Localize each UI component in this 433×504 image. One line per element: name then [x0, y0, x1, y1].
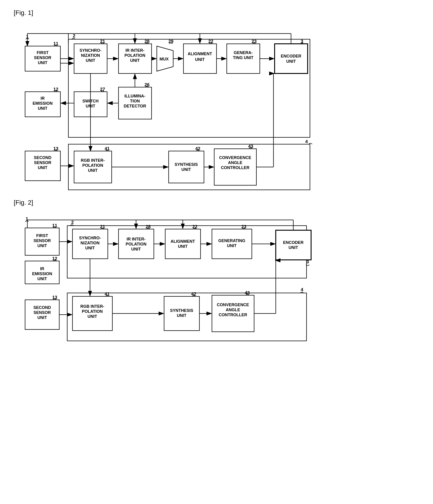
fig1-n23-label2: TING UNIT	[233, 55, 253, 60]
fig2-n21-label: SYNCHRO-	[79, 236, 101, 240]
fig1-n43-label3: CONTROLLER	[221, 165, 250, 170]
fig1-label: [Fig. 1]	[14, 9, 419, 17]
fig1-container: [Fig. 1] 2 4 FIRST SENSOR UNIT 11 IR	[14, 9, 419, 199]
fig2-n13-label2: SENSOR	[34, 310, 51, 315]
fig1-n41-label2: POLATION	[82, 163, 103, 168]
fig2-n28-label: IR INTER-	[127, 237, 146, 241]
fig2-n12-label2: EMISSION	[32, 271, 52, 276]
fig2-n28-label2: POLATION	[126, 242, 147, 246]
fig1-n11-label: FIRST	[37, 50, 49, 55]
fig2-n41-label3: UNIT	[87, 314, 97, 319]
fig2-n42-label: SYNTHESIS	[170, 308, 193, 313]
fig1-n43-label: CONVERGENCE	[219, 155, 251, 160]
fig1-n26-label2: TION	[130, 99, 140, 103]
fig1-n26-label: ILLUMINA-	[124, 94, 145, 98]
fig1-n41-label3: UNIT	[88, 168, 97, 173]
fig1-n21-label3: UNIT	[86, 58, 95, 63]
fig2-n11-label: FIRST	[36, 234, 48, 238]
fig1-n23-label: GENERA-	[234, 50, 252, 55]
fig1-n3-label: ENCODER	[281, 54, 301, 58]
fig1-n41-label: RGB INTER-	[81, 158, 105, 163]
fig2-n42-label2: UNIT	[177, 313, 186, 318]
fig1-n21-label: SYNCHRO-	[79, 48, 101, 53]
fig1-n42-label2: UNIT	[182, 167, 191, 172]
fig1-n28-label3: UNIT	[130, 58, 140, 63]
fig1-label-4: 4	[305, 139, 308, 144]
fig1-diagram: 2 4 FIRST SENSOR UNIT 11 IR EMISSION UNI…	[14, 21, 419, 199]
fig1-n13-label2: SENSOR	[34, 160, 51, 165]
fig2-n28-label3: UNIT	[131, 247, 141, 252]
fig2-n3-label: ENCODER	[283, 240, 303, 245]
fig1-n13-label: SECOND	[34, 155, 51, 160]
fig2-n21-label2: NIZATION	[80, 241, 100, 245]
fig2-label-4: 4	[301, 287, 303, 292]
fig2-n43-label: CONVERGENCE	[217, 303, 249, 307]
fig1-n42-label: SYNTHESIS	[174, 162, 198, 167]
fig2-n22-label2: UNIT	[178, 244, 188, 249]
fig2-n22-label: ALIGNMENT	[171, 239, 195, 244]
fig2-diagram: 2 4 FIRST SENSOR UNIT 11 IR EMISSION UNI…	[14, 211, 419, 352]
fig2-label-3: 3	[306, 259, 309, 264]
fig1-n21-label2: NIZATION	[81, 53, 100, 58]
fig2-n11-label3: UNIT	[37, 243, 47, 248]
fig2-n13-label3: UNIT	[37, 315, 47, 320]
fig2-label: [Fig. 2]	[14, 199, 419, 206]
fig2-n3-label2: UNIT	[288, 245, 298, 250]
fig2-n11-label2: SENSOR	[34, 238, 51, 243]
fig1-n12-label3: UNIT	[38, 106, 47, 111]
fig1-n11-label2: SENSOR	[34, 55, 51, 60]
fig1-n11-label3: UNIT	[38, 61, 47, 65]
fig2-n12-label: IR	[40, 267, 44, 271]
fig2-n43-label2: ANGLE	[226, 307, 240, 312]
fig1-n28-label2: POLATION	[124, 53, 145, 58]
fig1-n22-label: ALIGNMENT	[188, 52, 212, 56]
fig2-n21-label3: UNIT	[85, 246, 95, 250]
fig2-label-1: 1	[26, 216, 28, 221]
fig1-n3-box	[275, 44, 308, 73]
fig1-n28-label: IR INTER-	[126, 48, 145, 53]
fig2-n43-label3: CONTROLLER	[219, 313, 247, 317]
fig2-n23-label: GENERATING	[218, 238, 245, 243]
fig1-n12-label2: EMISSION	[33, 101, 53, 106]
fig2-n23-label2: UNIT	[227, 243, 237, 248]
fig1-n3-label2: UNIT	[286, 59, 296, 64]
fig1-n22-label2: UNIT	[195, 57, 205, 62]
fig1-n43-label2: ANGLE	[228, 160, 242, 165]
fig2-n12-label3: UNIT	[37, 277, 47, 281]
fig2-n41-label: RGB INTER-	[80, 304, 104, 309]
fig2-n41-label2: POLATION	[82, 309, 103, 314]
fig2-container: [Fig. 2] 2 4 FIRST SENSOR UNIT 11 IR EMI…	[14, 199, 419, 352]
fig1-label-2: 2	[73, 33, 75, 38]
fig2-label-2: 2	[71, 220, 74, 225]
fig2-n13-label: SECOND	[33, 305, 51, 310]
fig1-n26-label3: DETECTOR	[124, 104, 146, 108]
fig1-n12-label: IR	[41, 96, 45, 101]
fig1-n29-label: MUX	[160, 57, 169, 61]
fig1-n13-label3: UNIT	[38, 165, 47, 170]
